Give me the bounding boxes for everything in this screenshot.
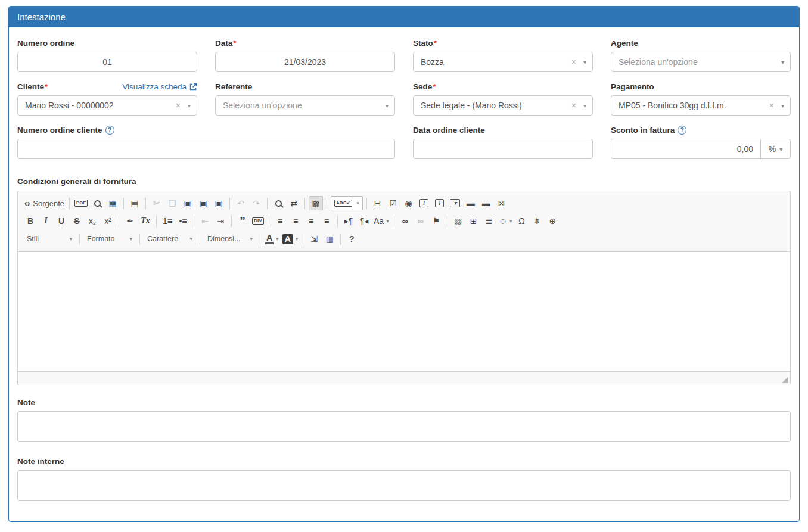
background-color-caret-icon: ▾ (296, 236, 299, 242)
align-center-button[interactable]: ≡ (288, 214, 303, 228)
select-field-button[interactable]: ▾ (448, 196, 462, 210)
table-button[interactable]: ⊞ (467, 214, 481, 228)
print-button[interactable]: ▦ (105, 196, 120, 210)
iframe-button[interactable]: ⊕ (545, 214, 560, 228)
font-button[interactable]: Carattere▾ (144, 232, 196, 246)
preview-icon (94, 200, 101, 207)
div-container-button[interactable]: DIV (251, 214, 265, 228)
strikethrough-button[interactable]: S (70, 214, 84, 228)
clear-icon[interactable]: × (568, 57, 583, 67)
special-character-button[interactable]: Ω (514, 214, 529, 228)
justify-icon: ≡ (324, 217, 329, 225)
paste-from-word-button[interactable]: ▣ (212, 196, 226, 210)
image-button[interactable]: ▨ (451, 214, 465, 228)
italic-button[interactable]: I (39, 214, 53, 228)
editor-content[interactable] (18, 252, 790, 371)
text-color-button[interactable]: A▾ (264, 232, 280, 246)
numero-ordine-cliente-input[interactable] (17, 139, 395, 159)
increase-indent-button[interactable]: ⇥ (213, 214, 228, 228)
paste-button[interactable]: ▣ (181, 196, 195, 210)
align-right-button[interactable]: ≡ (304, 214, 318, 228)
remove-format-button[interactable]: Tx (138, 214, 153, 228)
text-field-button[interactable]: I (417, 196, 431, 210)
justify-button[interactable]: ≡ (319, 214, 334, 228)
cliente-select[interactable]: Mario Rossi - 00000002 × ▾ (17, 95, 197, 116)
numbered-list-button[interactable]: 1≡ (160, 214, 175, 228)
horizontal-line-button[interactable]: ≣ (482, 214, 496, 228)
field-numero-ordine: Numero ordine (17, 38, 197, 72)
help-icon[interactable]: ? (105, 126, 114, 135)
paste-icon: ▣ (184, 199, 191, 207)
blockquote-button[interactable]: ” (235, 214, 250, 228)
checkbox-button[interactable]: ☑ (386, 196, 400, 210)
radio-button-button[interactable]: ◉ (402, 196, 416, 210)
underline-button[interactable]: U (54, 214, 69, 228)
bulleted-list-button[interactable]: •≡ (176, 214, 190, 228)
toolbar-separator (139, 234, 140, 245)
align-right-icon: ≡ (309, 217, 313, 225)
clear-icon[interactable]: × (172, 101, 188, 110)
data-input[interactable] (215, 52, 395, 72)
blockquote-icon: ” (240, 218, 245, 224)
export-pdf-button[interactable]: PDF (73, 196, 89, 210)
preview-button[interactable] (90, 196, 104, 210)
image-icon: ▨ (454, 217, 462, 225)
sede-select[interactable]: Sede legale - (Mario Rossi) × ▾ (413, 95, 593, 116)
align-left-button[interactable]: ≡ (273, 214, 287, 228)
font-size-button[interactable]: Dimensi...▾ (204, 232, 256, 246)
styles-button[interactable]: Stili▾ (23, 232, 76, 246)
sconto-unit-select[interactable]: % ▾ (760, 139, 790, 158)
numero-ordine-input[interactable] (17, 52, 197, 72)
spell-checker-button[interactable]: ABC✓▾ (331, 196, 363, 210)
about-button[interactable]: ? (344, 232, 359, 246)
toolbar-separator (394, 216, 394, 227)
anchor-button[interactable]: ⚑ (429, 214, 443, 228)
chevron-down-icon: ▾ (386, 102, 394, 109)
clear-icon[interactable]: × (568, 101, 583, 110)
referente-label: Referente (215, 82, 252, 91)
find-button[interactable] (271, 196, 285, 210)
stato-select[interactable]: Bozza × ▾ (413, 52, 593, 72)
help-icon[interactable]: ? (678, 126, 686, 135)
referente-select[interactable]: Seleziona un'opzione ▾ (215, 95, 395, 116)
data-ordine-cliente-input[interactable] (413, 139, 593, 159)
sconto-input[interactable] (611, 139, 760, 158)
note-textarea[interactable] (17, 411, 791, 442)
text-direction-rtl-button[interactable]: ¶◂ (357, 214, 371, 228)
text-direction-ltr-button[interactable]: ▸¶ (341, 214, 356, 228)
copy-button: ❏ (165, 196, 179, 210)
export-pdf-icon: PDF (74, 200, 88, 207)
visualizza-scheda-link[interactable]: Visualizza scheda (122, 82, 197, 91)
bulleted-list-icon: •≡ (179, 217, 187, 225)
language-button[interactable]: Aa▾ (372, 214, 390, 228)
button-field-button[interactable]: ▬ (464, 196, 478, 210)
pagamento-select[interactable]: MP05 - Bonifico 30gg d.f.f.m. × ▾ (611, 95, 791, 116)
select-all-button[interactable]: ▩ (309, 196, 323, 210)
form-button[interactable]: ⊟ (371, 196, 385, 210)
link-button[interactable]: ∞ (398, 214, 412, 228)
editor-resize-handle[interactable] (782, 377, 788, 383)
superscript-button[interactable]: x² (101, 214, 115, 228)
source-button[interactable]: ‹›Sorgente (23, 196, 66, 210)
bold-button[interactable]: B (23, 214, 38, 228)
agente-select[interactable]: Seleziona un'opzione ▾ (611, 52, 791, 72)
clear-icon[interactable]: × (766, 101, 781, 110)
subscript-button[interactable]: x₂ (85, 214, 100, 228)
paste-plain-text-button[interactable]: ▣ (196, 196, 210, 210)
image-button-button[interactable]: ▬ (479, 196, 493, 210)
table-icon: ⊞ (470, 217, 477, 225)
replace-button[interactable]: ⇄ (287, 196, 301, 210)
show-blocks-button[interactable]: ▥ (322, 232, 337, 246)
background-color-button[interactable]: A▾ (281, 232, 300, 246)
note-interne-textarea[interactable] (17, 470, 791, 501)
source-icon: ‹› (24, 199, 30, 207)
new-page-button[interactable]: ▤ (128, 196, 142, 210)
format-button[interactable]: Formato▾ (83, 232, 136, 246)
copy-formatting-button[interactable]: ✒ (123, 214, 137, 228)
font-size-label: Dimensi... (207, 235, 241, 243)
textarea-field-button[interactable]: I (433, 196, 447, 210)
page-break-button[interactable]: ⇟ (530, 214, 544, 228)
maximize-button[interactable]: ⇲ (307, 232, 321, 246)
smiley-button[interactable]: ☺▾ (498, 214, 514, 228)
hidden-field-button[interactable]: ⊠ (495, 196, 509, 210)
